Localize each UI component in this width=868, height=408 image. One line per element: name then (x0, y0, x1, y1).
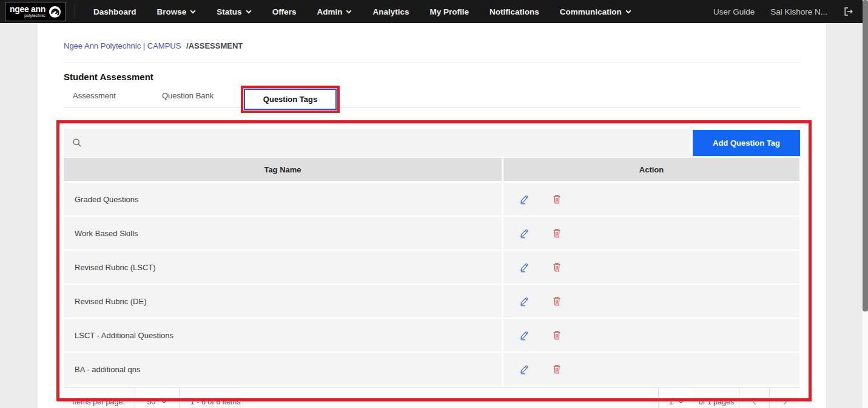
nav-item-label: Status (217, 7, 241, 16)
table-row: LSCT - Additional Questions (64, 319, 799, 352)
page-scrollbar-track[interactable] (863, 0, 868, 408)
nav-item-my-profile[interactable]: My Profile (429, 7, 469, 16)
chevron-down-icon (161, 400, 167, 404)
delete-button[interactable] (552, 228, 562, 239)
pencil-icon (519, 262, 530, 273)
nav-item-label: Dashboard (93, 7, 136, 16)
delete-button[interactable] (552, 194, 562, 205)
chevron-down-icon (246, 10, 252, 14)
chevron-down-icon (190, 10, 196, 14)
table-rows: Graded QuestionsWork Based SkillsRevised… (64, 183, 799, 387)
nav-item-label: My Profile (429, 7, 469, 16)
navbar-right: User Guide Sai Kishore N... (713, 6, 854, 17)
delete-button[interactable] (552, 364, 562, 375)
user-guide-link[interactable]: User Guide (713, 7, 755, 16)
page-number-select[interactable]: 1 (658, 388, 694, 408)
trash-icon (552, 194, 562, 205)
pencil-icon (519, 228, 530, 239)
page-navigation: 1 of 1 pages (658, 388, 799, 408)
logo-line1: ngee ann (10, 5, 45, 13)
top-navbar: ngee ann polytechnic DashboardBrowseStat… (0, 0, 863, 23)
chevron-down-icon (625, 10, 631, 14)
page: ngee ann polytechnic DashboardBrowseStat… (0, 0, 868, 408)
delete-button[interactable] (552, 262, 562, 273)
edit-button[interactable] (519, 194, 530, 205)
tab-question-bank[interactable]: Question Bank (162, 91, 214, 100)
chevron-down-icon (678, 400, 684, 404)
tag-name-cell: Revised Rubric (LSCT) (64, 251, 502, 284)
previous-page-button[interactable] (739, 388, 769, 408)
breadcrumb-current: /ASSESSMENT (186, 41, 243, 50)
page-number-value: 1 (669, 398, 673, 406)
action-cell (503, 319, 799, 352)
tag-name-cell: Work Based Skills (64, 217, 502, 250)
logo-swirl-icon (49, 5, 61, 18)
action-cell (503, 285, 799, 318)
pencil-icon (519, 364, 530, 375)
edit-button[interactable] (519, 296, 530, 307)
trash-icon (552, 296, 562, 307)
tag-name-cell: Graded Questions (64, 183, 502, 216)
logout-button[interactable] (843, 6, 854, 17)
items-per-page-select[interactable]: 50 (135, 388, 180, 408)
nav-item-label: Analytics (372, 7, 409, 16)
page-scrollbar-thumb[interactable] (863, 0, 868, 311)
column-header-action: Action (503, 158, 799, 181)
breadcrumb-link[interactable]: Ngee Ann Polytechnic | CAMPUS (64, 41, 181, 50)
nav-item-notifications[interactable]: Notifications (490, 7, 539, 16)
column-header-tag-name: Tag Name (64, 158, 502, 181)
breadcrumb-divider (64, 63, 801, 63)
ngee-ann-logo[interactable]: ngee ann polytechnic (5, 2, 66, 21)
pencil-icon (519, 330, 530, 341)
trash-icon (552, 330, 562, 341)
table-row: Revised Rubric (DE) (64, 285, 799, 318)
next-page-button[interactable] (769, 388, 799, 408)
nav-item-dashboard[interactable]: Dashboard (93, 7, 136, 16)
items-per-page-value: 50 (147, 398, 155, 406)
nav-item-analytics[interactable]: Analytics (372, 7, 409, 16)
tabs-divider (64, 107, 801, 107)
pagination-bar: Items per page: 50 1 - 6 of 6 items 1 (64, 387, 799, 408)
edit-button[interactable] (519, 364, 530, 375)
tag-name-cell: Revised Rubric (DE) (64, 285, 502, 318)
search-icon (72, 138, 82, 148)
nav-item-communication[interactable]: Communication (560, 7, 631, 16)
items-range-text: 1 - 6 of 6 items (190, 398, 241, 406)
chevron-left-icon (750, 398, 759, 406)
navbar-divider (75, 4, 75, 19)
tab-question-tags[interactable]: Question Tags (244, 89, 337, 110)
nav-item-label: Offers (272, 7, 297, 16)
nav-item-browse[interactable]: Browse (157, 7, 197, 16)
nav-item-label: Communication (560, 7, 622, 16)
logo-line2: polytechnic (24, 14, 45, 18)
action-cell (503, 183, 799, 216)
table-row: BA - additional qns (64, 353, 799, 386)
edit-button[interactable] (519, 228, 530, 239)
tag-name-cell: LSCT - Additional Questions (64, 319, 502, 352)
pencil-icon (519, 194, 530, 205)
logout-icon (843, 6, 854, 17)
delete-button[interactable] (552, 296, 562, 307)
nav-item-status[interactable]: Status (217, 7, 251, 16)
nav-items: DashboardBrowseStatusOffersAdminAnalytic… (93, 7, 631, 16)
edit-button[interactable] (519, 262, 530, 273)
tab-assessment[interactable]: Assessment (73, 91, 116, 100)
nav-item-offers[interactable]: Offers (272, 7, 297, 16)
delete-button[interactable] (552, 330, 562, 341)
table-row: Revised Rubric (LSCT) (64, 251, 799, 284)
edit-button[interactable] (519, 330, 530, 341)
pencil-icon (519, 296, 530, 307)
logo-text: ngee ann polytechnic (10, 5, 45, 18)
nav-item-label: Notifications (490, 7, 539, 16)
nav-item-admin[interactable]: Admin (317, 7, 352, 16)
page-title: Student Assessment (64, 72, 153, 82)
action-cell (503, 217, 799, 250)
nav-item-label: Browse (157, 7, 187, 16)
question-tags-tab-annotation: Question Tags (241, 86, 340, 113)
trash-icon (552, 364, 562, 375)
table-row: Work Based Skills (64, 217, 799, 250)
action-cell (503, 353, 799, 386)
username-menu[interactable]: Sai Kishore N... (770, 7, 827, 16)
add-question-tag-button[interactable]: Add Question Tag (693, 130, 800, 156)
search-input[interactable] (64, 129, 690, 157)
